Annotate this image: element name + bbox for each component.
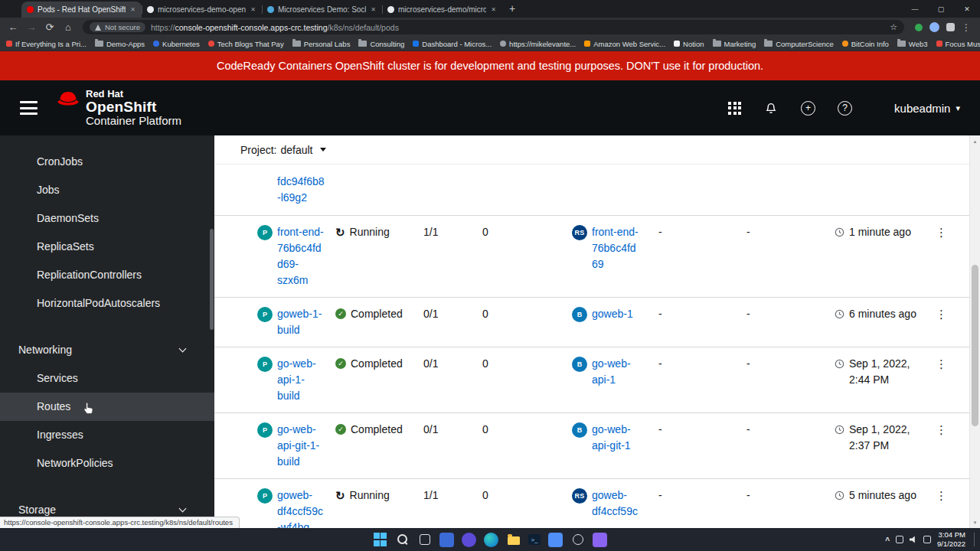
sidebar-item-cronjobs[interactable]: CronJobs <box>0 148 214 176</box>
tab-close-icon[interactable]: ✕ <box>250 6 256 13</box>
bookmark-item[interactable]: https://mikelevante... <box>500 40 576 48</box>
bookmark-item[interactable]: Kubernetes <box>153 40 200 48</box>
back-button[interactable]: ← <box>6 22 20 32</box>
scrollbar-thumb[interactable] <box>972 265 978 425</box>
bookmark-folder[interactable]: Demo-Apps <box>95 40 145 48</box>
add-resource-icon[interactable]: + <box>801 101 815 116</box>
extension-icon-green[interactable] <box>915 24 923 31</box>
sidebar-item-networkpolicies[interactable]: NetworkPolicies <box>0 449 214 478</box>
row-actions-kebab-icon[interactable]: ⋮ <box>931 224 952 240</box>
scroll-down-arrow[interactable]: ▼ <box>970 517 980 527</box>
owner-link[interactable]: front-end-76b6c4fd69 <box>592 224 640 272</box>
browser-tab-github-demo[interactable]: microservices-demo/microservi ✕ <box>382 2 502 18</box>
owner-link[interactable]: goweb-df4ccf59c <box>592 487 640 520</box>
vscode-icon[interactable] <box>593 533 607 547</box>
extensions-puzzle-icon[interactable] <box>946 23 955 31</box>
bookmark-folder[interactable]: Consulting <box>358 40 404 48</box>
scroll-up-arrow[interactable]: ▲ <box>970 136 980 146</box>
refresh-button[interactable]: ⟳ <box>43 22 57 32</box>
file-explorer-icon[interactable] <box>506 533 521 547</box>
sidebar-item-replicasets[interactable]: ReplicaSets <box>0 233 214 261</box>
owner-link[interactable]: goweb-1 <box>592 306 633 322</box>
home-button[interactable]: ⌂ <box>61 22 75 32</box>
project-selector[interactable]: Project: default <box>214 135 969 165</box>
volume-icon[interactable] <box>910 536 917 543</box>
pod-link[interactable]: front-end-76b6c4fdd69-szx6m <box>277 224 325 289</box>
browser-menu-kebab-icon[interactable]: ⋮ <box>962 23 971 32</box>
owner-link[interactable]: go-web-api-git-1 <box>592 422 640 454</box>
show-desktop-sliver[interactable] <box>974 533 976 546</box>
sidebar-item-ingresses[interactable]: Ingresses <box>0 421 214 449</box>
address-bar[interactable]: Not secure https://console-openshift-con… <box>83 20 904 34</box>
language-indicator-icon[interactable] <box>923 536 931 543</box>
sidebar-section-networking[interactable]: Networking <box>0 336 214 364</box>
user-menu[interactable]: kubeadmin ▾ <box>894 102 960 115</box>
build-badge: B <box>572 307 587 322</box>
sidebar-scrollbar-thumb[interactable] <box>210 229 214 330</box>
sidebar-item-routes[interactable]: Routes <box>0 393 214 421</box>
edge-browser-icon[interactable] <box>484 533 498 547</box>
new-tab-button[interactable]: + <box>509 2 515 15</box>
sidebar-item-horizontalpodautoscalers[interactable]: HorizontalPodAutoscalers <box>0 289 214 318</box>
row-actions-kebab-icon[interactable]: ⋮ <box>931 356 952 372</box>
bookmark-item[interactable]: Focus Music for Wo... <box>936 40 980 48</box>
site-security-chip[interactable]: Not secure <box>90 22 145 32</box>
status-text: Completed <box>351 422 403 438</box>
network-icon[interactable] <box>896 536 903 543</box>
app-launcher-icon[interactable] <box>728 102 741 115</box>
pod-link[interactable]: go-web-api-git-1-build <box>277 422 325 470</box>
row-actions-kebab-icon[interactable]: ⋮ <box>931 306 952 322</box>
bookmark-item[interactable]: Tech Blogs That Pay <box>208 40 284 48</box>
bookmark-item[interactable]: Dashboard - Micros... <box>413 40 492 48</box>
owner-link[interactable]: go-web-api-1 <box>592 356 640 388</box>
page-scrollbar[interactable]: ▲ ▼ <box>969 135 980 528</box>
row-actions-kebab-icon[interactable]: ⋮ <box>931 422 952 438</box>
bookmark-folder[interactable]: ComputerScience <box>764 40 834 48</box>
profile-avatar[interactable] <box>929 22 939 32</box>
pod-link[interactable]: fdc94f6b8-l69g2 <box>277 174 325 206</box>
bookmark-item[interactable]: Notion <box>674 40 704 48</box>
cpu-cell: - <box>746 224 835 240</box>
search-icon[interactable] <box>395 533 410 547</box>
tab-close-icon[interactable]: ✕ <box>129 6 136 13</box>
bookmark-star-icon[interactable]: ☆ <box>890 22 897 32</box>
browser-tab-github-openshift[interactable]: microservices-demo-openshift/ ✕ <box>142 2 262 18</box>
bookmark-label: Amazon Web Servic... <box>593 40 665 48</box>
help-icon[interactable]: ? <box>838 101 852 116</box>
bookmark-item[interactable]: BitCoin Info <box>842 40 889 48</box>
tab-title: microservices-demo-openshift/ <box>158 5 246 14</box>
sidebar-item-jobs[interactable]: Jobs <box>0 176 214 204</box>
row-actions-kebab-icon[interactable]: ⋮ <box>931 487 952 504</box>
hamburger-menu-icon[interactable] <box>20 101 38 115</box>
widgets-icon[interactable] <box>439 533 454 547</box>
pod-link[interactable]: go-web-api-1-build <box>277 356 325 404</box>
tab-close-icon[interactable]: ✕ <box>370 6 377 13</box>
start-button-icon[interactable] <box>373 533 387 547</box>
table-row: fdc94f6b8-l69g2 <box>214 165 969 216</box>
pod-link[interactable]: goweb-1-build <box>277 306 325 338</box>
sidebar-item-replicationcontrollers[interactable]: ReplicationControllers <box>0 261 214 289</box>
terminal-icon[interactable]: >_ <box>528 534 541 545</box>
bookmark-folder[interactable]: Marketing <box>713 40 756 48</box>
bookmark-item[interactable]: Amazon Web Servic... <box>584 40 665 48</box>
bookmark-item[interactable]: If Everything Is a Pri... <box>6 40 87 48</box>
browser-tab-pods[interactable]: Pods - Red Hat OpenShift Conta ✕ <box>21 2 142 18</box>
notifications-bell-icon[interactable] <box>763 100 779 116</box>
sidebar-item-services[interactable]: Services <box>0 364 214 393</box>
window-maximize-button[interactable]: ▢ <box>928 0 954 18</box>
task-view-icon[interactable] <box>417 533 432 547</box>
tab-close-icon[interactable]: ✕ <box>490 6 497 13</box>
bookmark-folder[interactable]: Personal Labs <box>292 40 351 48</box>
bookmark-folder[interactable]: Web3 <box>897 40 928 48</box>
window-minimize-button[interactable]: — <box>902 0 928 18</box>
hidden-icons-chevron[interactable]: ^ <box>885 536 890 545</box>
window-close-button[interactable]: ✕ <box>954 0 980 18</box>
media-app-icon[interactable] <box>462 533 476 547</box>
pod-link[interactable]: goweb-df4ccf59c-wf4bq <box>277 487 325 528</box>
app-icon-outline[interactable] <box>570 533 585 547</box>
taskbar-clock[interactable]: 3:04 PM 9/1/2022 <box>937 530 965 549</box>
browser-tab-sock-shop[interactable]: Microservices Demo: Sock Shop ✕ <box>262 2 382 18</box>
forward-button[interactable]: → <box>24 22 38 32</box>
app-icon-blue[interactable] <box>548 533 563 547</box>
sidebar-item-daemonsets[interactable]: DaemonSets <box>0 204 214 233</box>
